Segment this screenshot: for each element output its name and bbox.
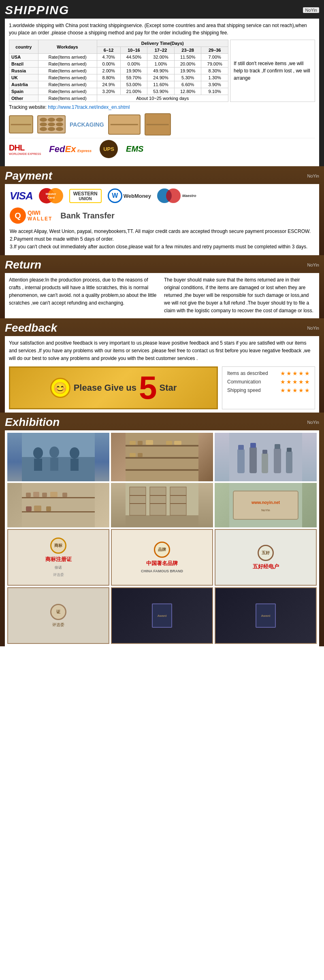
svg-rect-23	[250, 443, 256, 448]
svg-rect-13	[138, 441, 143, 445]
table-row: Brazil Rate(Items arrived) 0.00% 0.00% 1…	[9, 61, 228, 68]
rating-label-3: Shipping speed	[227, 387, 272, 393]
svg-rect-47	[150, 495, 166, 496]
return-content: Attention please:In the production proce…	[5, 273, 319, 318]
table-row: UK Rate(Items arrived) 8.80% 59.70% 24.9…	[9, 74, 228, 81]
package-box-4	[145, 113, 171, 135]
fedex-logo: FedEx Express	[49, 144, 92, 155]
pkg-dot	[40, 118, 47, 122]
qiwi-text: QIWI WALLET	[28, 210, 52, 222]
rating-row-1: Items as described ★ ★ ★ ★ ★	[227, 370, 310, 377]
rating-row-3: Shipping speed ★ ★ ★ ★ ★	[227, 387, 310, 394]
svg-rect-51	[170, 503, 186, 504]
col-country: country	[9, 40, 38, 54]
exhibition-photo-5	[111, 483, 213, 527]
svg-rect-46	[150, 487, 166, 515]
exhibition-title: Exhibition	[5, 416, 60, 429]
shipping-table: country Workdays Delivery Time(Days) 6–1…	[9, 40, 228, 102]
book-cover-2: Award	[256, 603, 276, 628]
col-10-16: 10–16	[120, 47, 147, 54]
rate-label: Rate(Items arrived)	[38, 54, 97, 61]
svg-rect-18	[174, 441, 181, 445]
svg-rect-39	[34, 506, 41, 511]
table-row: Other Rate(Items arrived) About 10~25 wo…	[9, 95, 228, 102]
shipping-content: 1.worldwide shipping with China post tra…	[5, 19, 319, 166]
svg-rect-45	[130, 503, 146, 504]
svg-point-2	[33, 447, 43, 459]
wm-icon: W	[108, 188, 122, 203]
svg-rect-20	[237, 449, 245, 473]
exhibition-grid-2: www.noyin.net NoYin	[7, 483, 317, 527]
col-17-22: 17–22	[147, 47, 175, 54]
cert-book-2: Award	[215, 587, 317, 644]
feedback-bottom: 😊 Please Give us 5 Star Items as describ…	[9, 366, 315, 409]
cert-grid: 商标 商标注册证 徐诺 评选委 品牌 中国著名品牌 CHINA FAMOUS B…	[7, 529, 317, 644]
svg-rect-35	[42, 493, 47, 497]
photo-inner-5	[111, 483, 213, 527]
svg-rect-21	[238, 445, 244, 450]
book-cover-1: Award	[152, 603, 172, 628]
feedback-noyin: NoYin	[307, 326, 319, 330]
country-usa: USA	[9, 54, 38, 61]
exhibition-section: Exhibition NoYin	[0, 413, 324, 646]
svg-point-4	[49, 447, 59, 458]
payment-p3: 3.If you can't check out immediately aft…	[10, 243, 314, 251]
cert-book-1: Award	[111, 587, 213, 644]
bank-transfer-label: Bank Transfer	[60, 211, 114, 220]
svg-rect-37	[62, 493, 67, 497]
package-box-3	[108, 114, 141, 135]
table-row: Russia Rate(Items arrived) 2.00% 19.90% …	[9, 68, 228, 74]
ups-logo: UPS	[100, 140, 118, 158]
svg-rect-42	[126, 515, 198, 527]
visa-logo: VISA	[10, 190, 33, 202]
exhibition-photo-6: www.noyin.net NoYin	[215, 483, 317, 527]
pkg-dot	[56, 118, 63, 122]
mastercard-logo: MasterCard	[39, 188, 63, 203]
cert-inner-1: 商标 商标注册证 徐诺 评选委	[45, 531, 72, 583]
return-section: Return NoYin Attention please:In the pro…	[0, 255, 324, 318]
stars-items: ★ ★ ★ ★ ★	[280, 370, 310, 377]
mc-text: MasterCard	[39, 192, 63, 199]
svg-rect-33	[26, 493, 31, 497]
svg-rect-30	[22, 483, 95, 527]
svg-rect-49	[170, 487, 186, 515]
return-col2: The buyer should make sure that the item…	[164, 276, 315, 315]
package-box-1	[9, 115, 33, 133]
cert-seal-3: 五好	[258, 545, 274, 561]
payment-noyin: NoYin	[307, 174, 319, 178]
svg-rect-22	[249, 447, 257, 473]
svg-rect-12	[130, 441, 136, 445]
ratings-box: Items as described ★ ★ ★ ★ ★ Communicati…	[222, 366, 315, 409]
svg-rect-27	[275, 444, 280, 449]
pkg-dot	[48, 118, 55, 122]
svg-rect-48	[150, 503, 166, 504]
table-row: Austrlia Rate(Items arrived) 24.9% 53.00…	[9, 81, 228, 88]
table-row: Spain Rate(Items arrived) 3.20% 21.00% 5…	[9, 88, 228, 95]
payment-logos-row2: Q QIWI WALLET Bank Transfer	[10, 207, 314, 224]
tracking-link[interactable]: http://www.17track.net/index_en.shtml	[48, 104, 130, 110]
feedback-section: Feedback NoYin Your satisfaction and pos…	[0, 318, 324, 413]
cert-seal-1: 商标	[50, 538, 66, 554]
svg-rect-29	[287, 448, 292, 452]
svg-rect-3	[34, 459, 42, 471]
shipping-table-wrap: country Workdays Delivery Time(Days) 6–1…	[9, 40, 315, 102]
svg-rect-11	[126, 469, 198, 471]
svg-text:www.noyin.net: www.noyin.net	[251, 500, 280, 505]
tracking-row: Tracking website: http://www.17track.net…	[9, 104, 315, 110]
svg-text:NoYin: NoYin	[261, 508, 270, 512]
payment-text: We accept Alipay, West Union, paypal, mo…	[10, 228, 314, 251]
webmoney-logo: W WebMoney	[108, 188, 151, 203]
payment-p2: 2.Payment must be made within 5 days of …	[10, 235, 314, 243]
photo-inner-6: www.noyin.net NoYin	[215, 483, 317, 527]
five-number: 5	[139, 372, 157, 404]
stars-shipping: ★ ★ ★ ★ ★	[280, 387, 310, 394]
shipping-section: SHIPPING NoYin 1.worldwide shipping with…	[0, 0, 324, 166]
tracking-label: Tracking website:	[9, 104, 47, 110]
exhibition-photo-3	[215, 433, 317, 481]
wm-text: WebMoney	[124, 193, 151, 199]
exhibition-photo-1	[7, 433, 109, 481]
cert-sub-1: 徐诺	[55, 565, 62, 570]
package-box-2	[37, 115, 66, 133]
svg-point-6	[70, 447, 79, 459]
maestro-logo: Maestro	[157, 188, 196, 203]
